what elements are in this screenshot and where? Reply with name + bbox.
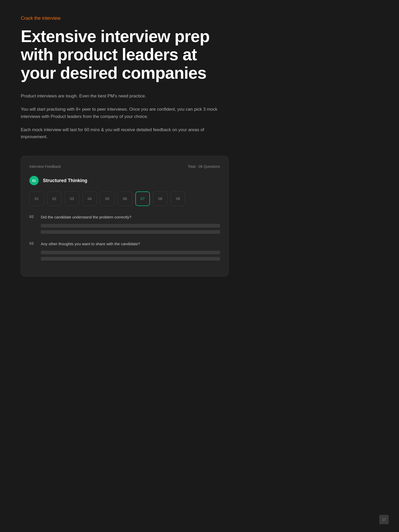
question-item-2: 02 Did the candidate understand the prob… (29, 214, 220, 234)
answer-line (41, 257, 220, 261)
question-grid: 01 02 03 04 05 06 07 08 09 (29, 191, 220, 206)
feedback-card: Interview Feedback Total - 06 Questions … (21, 156, 229, 276)
answer-line (41, 230, 220, 234)
section-badge: 01 (29, 176, 39, 185)
question-btn-06[interactable]: 06 (118, 191, 132, 206)
question-btn-04[interactable]: 04 (82, 191, 97, 206)
question-item-3: 03 Any other thoughts you want to share … (29, 241, 220, 261)
question-row-2: 02 Did the candidate understand the prob… (29, 214, 220, 220)
question-btn-01[interactable]: 01 (29, 191, 44, 206)
question-text-2: Did the candidate understand the problem… (41, 214, 131, 220)
question-text-3: Any other thoughts you want to share wit… (41, 241, 140, 247)
answer-line (41, 224, 220, 228)
question-btn-07[interactable]: 07 (135, 191, 150, 206)
card-label: Interview Feedback (29, 164, 61, 169)
answer-lines-3 (41, 251, 220, 261)
question-row-3: 03 Any other thoughts you want to share … (29, 241, 220, 247)
main-heading: Extensive interview prep with product le… (21, 27, 229, 82)
question-btn-08[interactable]: 08 (153, 191, 168, 206)
question-btn-03[interactable]: 03 (65, 191, 79, 206)
answer-line (41, 251, 220, 254)
question-btn-09[interactable]: 09 (171, 191, 185, 206)
answer-lines-2 (41, 224, 220, 234)
section-title: Structured Thinking (43, 178, 87, 183)
question-num-2: 02 (29, 214, 36, 219)
description-1: Product interviews are tough. Even the b… (21, 92, 229, 99)
tag-label: Crack the interview (21, 16, 229, 21)
question-btn-05[interactable]: 05 (100, 191, 115, 206)
section-title-row: 01 Structured Thinking (29, 176, 220, 185)
description-3: Each mock interview will last for 60 min… (21, 126, 229, 140)
card-total: Total - 06 Questions (188, 164, 220, 169)
description-2: You will start practising with 8+ peer t… (21, 106, 229, 120)
description-block: Product interviews are tough. Even the b… (21, 92, 229, 140)
question-num-3: 03 (29, 241, 36, 245)
card-header: Interview Feedback Total - 06 Questions (29, 164, 220, 169)
question-btn-02[interactable]: 02 (47, 191, 62, 206)
